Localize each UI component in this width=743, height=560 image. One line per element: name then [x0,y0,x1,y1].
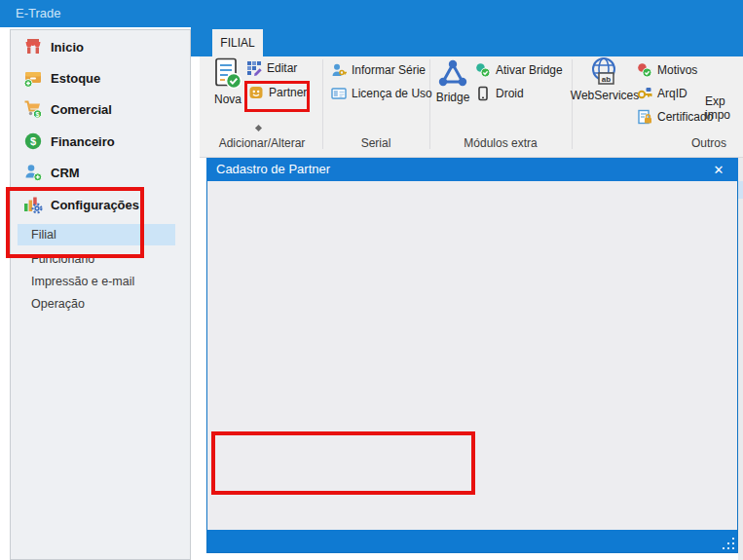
sidebar-subitem-label: Impressão e e-mail [31,275,134,288]
bridge-button[interactable]: Bridge [432,57,473,104]
sidebar-subitem-label: Funcionário [31,252,94,266]
background-strip-highlight [738,181,743,199]
dollar-circle-icon: $ [23,131,43,151]
sidebar-item-operacao[interactable]: Operação [31,294,85,314]
sidebar-item-filial[interactable]: Filial [31,225,56,244]
grid-pencil-icon [246,60,262,76]
svg-text:$: $ [36,111,40,119]
sidebar-item-financeiro[interactable]: $ Financeiro [23,130,115,153]
motivos-button[interactable]: Motivos [637,62,697,78]
droid-button[interactable]: Droid [475,86,524,101]
sidebar-item-label: Financeiro [51,134,115,149]
red-check-icon [637,62,652,78]
cadastro-de-partner-dialog [206,158,738,553]
sidebar-item-label: CRM [51,166,80,180]
button-label: Nova [214,93,241,106]
id-card-icon [331,86,347,101]
partner-button[interactable]: Partner [248,85,307,100]
phone-icon [475,86,491,101]
licenca-de-uso-button[interactable]: Licença de Uso [331,86,432,101]
group-label-adicionar-alterar: Adicionar/Alterar [202,136,322,150]
webservices-button[interactable]: ab WebServices [576,56,633,102]
close-icon[interactable]: ✕ [709,161,728,178]
informar-serie-button[interactable]: Informar Série [331,62,426,78]
sidebar-item-funcionario[interactable]: Funcionário [31,249,94,269]
box-plus-icon [23,68,43,88]
green-link-check-icon [475,62,491,78]
certificado-button[interactable]: Certificado [637,109,713,125]
sidebar-item-comercial[interactable]: $ Comercial [23,97,112,121]
group-label-modulos-extra: Módulos extra [429,136,572,150]
button-label: Licença de Uso [352,87,432,100]
sidebar-subitem-label: Filial [31,228,56,242]
button-label: Motivos [657,63,697,77]
sidebar-item-label: Inicio [51,40,84,55]
exportar-importar-button-clipped[interactable]: Exp impo [705,94,743,124]
sidebar-item-label: Comercial [51,102,112,117]
button-label: Exp [705,94,743,108]
button-label: Droid [496,87,524,100]
tab-label: FILIAL [220,36,254,50]
sidebar-item-crm[interactable]: CRM [23,161,80,184]
sidebar-item-inicio[interactable]: Inicio [23,35,84,58]
button-label: Ativar Bridge [496,63,563,77]
window-title: E-Trade [16,6,60,20]
cart-dollar-icon: $ [23,99,43,119]
globe-ab-icon: ab [588,56,621,89]
sidebar-item-label: Configurações [51,198,139,212]
editar-button[interactable]: Editar [246,60,297,76]
window-titlebar: E-Trade [0,0,743,27]
sidebar-item-label: Estoque [51,71,100,86]
dialog-status-bar [207,530,737,552]
svg-text:$: $ [30,135,36,147]
chart-gear-icon [23,195,43,214]
person-key-icon [331,62,347,78]
group-label-serial: Serial [327,136,425,150]
document-lock-icon [637,109,652,125]
arqid-button[interactable]: ArqID [637,86,687,101]
button-label: Editar [267,61,297,75]
app-window: E-Trade Inicio Estoque $ Comercia [0,0,743,560]
new-document-check-icon [214,57,241,91]
svg-text:ab: ab [602,75,611,84]
sidebar-subitem-label: Operação [31,297,85,311]
ribbon-tabstrip [191,27,743,56]
button-label: ArqID [657,87,687,100]
dialog-titlebar: Cadastro de Partner ✕ [206,158,738,181]
key-lock-icon [637,86,652,101]
button-label: Informar Série [352,63,426,77]
button-label: impo [705,108,743,122]
mask-icon [248,85,264,100]
ativar-bridge-button[interactable]: Ativar Bridge [475,62,563,78]
nova-button[interactable]: Nova [208,57,247,106]
group-label-outros: Outros [682,136,736,150]
background-strip [738,158,743,560]
group-separator [322,59,323,149]
dialog-title: Cadastro de Partner [216,162,330,176]
tab-filial[interactable]: FILIAL [212,29,263,56]
sidebar-item-configuracoes[interactable]: Configurações [23,193,139,216]
button-label: WebServices [571,89,639,102]
sidebar-item-estoque[interactable]: Estoque [23,66,100,90]
button-label: Partner [269,86,307,99]
store-icon [23,37,43,56]
group-separator [572,59,573,149]
resize-grip[interactable] [732,547,734,549]
person-plus-icon [23,163,43,182]
network-triangle-icon [437,57,468,89]
sidebar-item-impressao-email[interactable]: Impressão e e-mail [31,272,134,291]
button-label: Bridge [436,91,470,104]
